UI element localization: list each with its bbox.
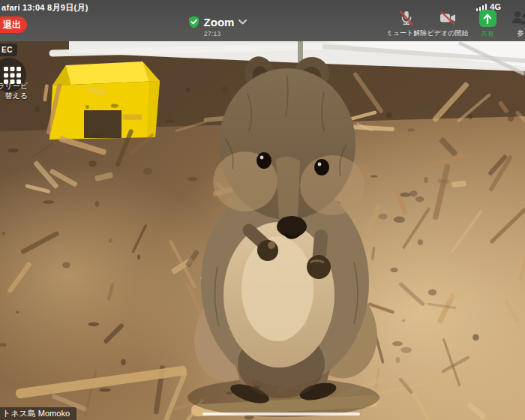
leave-button[interactable]: 退出	[0, 16, 27, 33]
yellow-block	[50, 62, 160, 140]
zoom-meeting-screen: afari 13:04 8月9日(月) 4G 退出 Zoom 27:13	[0, 0, 525, 420]
quokka-video-feed	[0, 41, 525, 420]
meeting-info-menu[interactable]: Zoom	[178, 14, 256, 29]
meeting-timer: 27:13	[193, 30, 232, 38]
recording-badge: EC	[0, 44, 17, 56]
shield-icon	[188, 16, 200, 28]
chevron-down-icon	[238, 20, 247, 25]
video-off-icon	[439, 10, 457, 26]
participant-name-tag: トネス島 Momoko	[0, 407, 76, 420]
mic-muted-icon	[398, 10, 415, 26]
share-label: 共有	[481, 29, 494, 39]
meeting-title-label: Zoom	[204, 16, 235, 28]
home-indicator[interactable]	[202, 412, 360, 416]
meeting-toolbar: afari 13:04 8月9日(月) 4G 退出 Zoom 27:13	[0, 0, 525, 41]
statusbar-clock-date: afari 13:04 8月9日(月)	[2, 2, 88, 14]
gallery-view-caption: ラリービ 替える	[0, 81, 28, 100]
unmute-label: ミュート解除	[386, 28, 428, 38]
start-video-label: ビデオの開始	[428, 28, 469, 38]
share-button[interactable]: 共有	[470, 10, 505, 40]
participants-label: 参	[518, 28, 524, 38]
share-arrow-icon	[479, 10, 496, 27]
participants-icon	[511, 10, 525, 26]
start-video-button[interactable]: ビデオの開始	[423, 10, 472, 40]
participants-button[interactable]: 参	[504, 10, 525, 40]
